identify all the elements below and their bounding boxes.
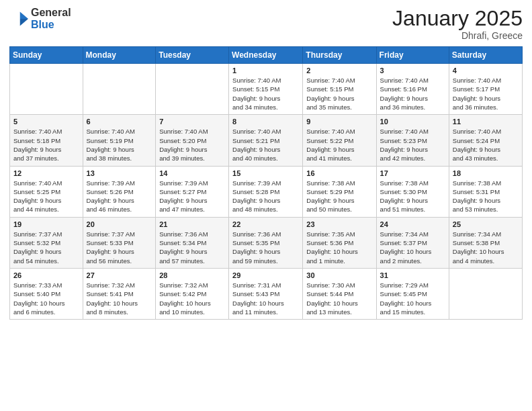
day-info: Sunrise: 7:32 AM Sunset: 5:41 PM Dayligh… (87, 281, 152, 316)
day-info: Sunrise: 7:40 AM Sunset: 5:25 PM Dayligh… (13, 179, 79, 214)
calendar-cell: 13Sunrise: 7:39 AM Sunset: 5:26 PM Dayli… (83, 166, 156, 217)
day-number: 9 (306, 118, 372, 126)
calendar-cell (10, 64, 83, 115)
day-number: 8 (232, 118, 299, 126)
day-info: Sunrise: 7:38 AM Sunset: 5:31 PM Dayligh… (453, 179, 519, 214)
day-info: Sunrise: 7:40 AM Sunset: 5:20 PM Dayligh… (159, 127, 225, 163)
calendar-cell: 24Sunrise: 7:34 AM Sunset: 5:37 PM Dayli… (376, 217, 449, 268)
calendar-week-row: 19Sunrise: 7:37 AM Sunset: 5:32 PM Dayli… (10, 217, 523, 268)
calendar-cell: 7Sunrise: 7:40 AM Sunset: 5:20 PM Daylig… (156, 115, 229, 166)
day-info: Sunrise: 7:37 AM Sunset: 5:32 PM Dayligh… (13, 230, 79, 265)
header: General Blue January 2025 Dhrafi, Greece (9, 7, 523, 41)
logo-general-text: General (31, 7, 71, 19)
calendar-header-friday: Friday (376, 47, 449, 64)
calendar-cell: 3Sunrise: 7:40 AM Sunset: 5:16 PM Daylig… (376, 64, 449, 115)
day-info: Sunrise: 7:40 AM Sunset: 5:17 PM Dayligh… (453, 76, 519, 111)
day-info: Sunrise: 7:40 AM Sunset: 5:22 PM Dayligh… (306, 127, 372, 163)
calendar-cell: 18Sunrise: 7:38 AM Sunset: 5:31 PM Dayli… (449, 166, 522, 217)
day-info: Sunrise: 7:40 AM Sunset: 5:24 PM Dayligh… (453, 127, 519, 163)
logo-icon (9, 9, 28, 28)
day-info: Sunrise: 7:40 AM Sunset: 5:15 PM Dayligh… (306, 76, 372, 111)
day-info: Sunrise: 7:39 AM Sunset: 5:26 PM Dayligh… (87, 179, 152, 214)
day-info: Sunrise: 7:38 AM Sunset: 5:29 PM Dayligh… (306, 179, 372, 214)
calendar-week-row: 12Sunrise: 7:40 AM Sunset: 5:25 PM Dayli… (10, 166, 523, 217)
calendar-cell: 9Sunrise: 7:40 AM Sunset: 5:22 PM Daylig… (303, 115, 376, 166)
calendar-cell: 26Sunrise: 7:33 AM Sunset: 5:40 PM Dayli… (10, 268, 83, 319)
day-number: 27 (87, 271, 152, 279)
calendar-header-saturday: Saturday (449, 47, 522, 64)
day-number: 5 (13, 118, 79, 126)
day-number: 15 (232, 169, 299, 177)
day-number: 24 (380, 220, 445, 228)
calendar-header-sunday: Sunday (10, 47, 83, 64)
title-block: January 2025 Dhrafi, Greece (392, 7, 523, 41)
calendar-cell (83, 64, 156, 115)
calendar-cell: 14Sunrise: 7:39 AM Sunset: 5:27 PM Dayli… (156, 166, 229, 217)
day-info: Sunrise: 7:30 AM Sunset: 5:44 PM Dayligh… (306, 281, 372, 316)
day-number: 26 (13, 271, 79, 279)
day-info: Sunrise: 7:34 AM Sunset: 5:38 PM Dayligh… (453, 230, 519, 265)
page: General Blue January 2025 Dhrafi, Greece… (0, 0, 532, 411)
calendar-cell: 30Sunrise: 7:30 AM Sunset: 5:44 PM Dayli… (303, 268, 376, 319)
day-info: Sunrise: 7:36 AM Sunset: 5:35 PM Dayligh… (232, 230, 299, 265)
day-number: 14 (159, 169, 225, 177)
day-number: 13 (87, 169, 152, 177)
calendar-cell: 31Sunrise: 7:29 AM Sunset: 5:45 PM Dayli… (376, 268, 449, 319)
day-number: 4 (453, 66, 519, 75)
day-number: 23 (306, 220, 372, 228)
calendar-week-row: 5Sunrise: 7:40 AM Sunset: 5:18 PM Daylig… (10, 115, 523, 166)
calendar-cell (156, 64, 229, 115)
calendar-table: SundayMondayTuesdayWednesdayThursdayFrid… (9, 46, 523, 320)
day-number: 30 (306, 271, 372, 279)
calendar-header-row: SundayMondayTuesdayWednesdayThursdayFrid… (10, 47, 523, 64)
calendar-header-wednesday: Wednesday (229, 47, 303, 64)
day-number: 28 (159, 271, 225, 279)
calendar-cell: 27Sunrise: 7:32 AM Sunset: 5:41 PM Dayli… (83, 268, 156, 319)
day-number: 1 (232, 66, 299, 75)
day-info: Sunrise: 7:38 AM Sunset: 5:30 PM Dayligh… (380, 179, 445, 214)
calendar-header-thursday: Thursday (303, 47, 376, 64)
calendar-cell: 6Sunrise: 7:40 AM Sunset: 5:19 PM Daylig… (83, 115, 156, 166)
day-number: 31 (380, 271, 445, 279)
day-number: 17 (380, 169, 445, 177)
day-info: Sunrise: 7:40 AM Sunset: 5:23 PM Dayligh… (380, 127, 445, 163)
calendar-cell: 16Sunrise: 7:38 AM Sunset: 5:29 PM Dayli… (303, 166, 376, 217)
calendar-cell: 29Sunrise: 7:31 AM Sunset: 5:43 PM Dayli… (229, 268, 303, 319)
day-info: Sunrise: 7:40 AM Sunset: 5:15 PM Dayligh… (232, 76, 299, 111)
calendar-week-row: 1Sunrise: 7:40 AM Sunset: 5:15 PM Daylig… (10, 64, 523, 115)
day-number: 10 (380, 118, 445, 126)
day-info: Sunrise: 7:34 AM Sunset: 5:37 PM Dayligh… (380, 230, 445, 265)
day-number: 6 (87, 118, 152, 126)
calendar-cell: 2Sunrise: 7:40 AM Sunset: 5:15 PM Daylig… (303, 64, 376, 115)
day-info: Sunrise: 7:29 AM Sunset: 5:45 PM Dayligh… (380, 281, 445, 316)
calendar-cell: 11Sunrise: 7:40 AM Sunset: 5:24 PM Dayli… (449, 115, 522, 166)
day-number: 7 (159, 118, 225, 126)
calendar-cell: 5Sunrise: 7:40 AM Sunset: 5:18 PM Daylig… (10, 115, 83, 166)
calendar-cell: 19Sunrise: 7:37 AM Sunset: 5:32 PM Dayli… (10, 217, 83, 268)
calendar-cell: 23Sunrise: 7:35 AM Sunset: 5:36 PM Dayli… (303, 217, 376, 268)
day-info: Sunrise: 7:37 AM Sunset: 5:33 PM Dayligh… (87, 230, 152, 265)
day-number: 12 (13, 169, 79, 177)
day-number: 20 (87, 220, 152, 228)
day-number: 21 (159, 220, 225, 228)
month-title: January 2025 (392, 7, 523, 30)
day-info: Sunrise: 7:40 AM Sunset: 5:16 PM Dayligh… (380, 76, 445, 111)
day-number: 3 (380, 66, 445, 75)
calendar-cell: 21Sunrise: 7:36 AM Sunset: 5:34 PM Dayli… (156, 217, 229, 268)
day-info: Sunrise: 7:35 AM Sunset: 5:36 PM Dayligh… (306, 230, 372, 265)
svg-marker-0 (20, 11, 28, 19)
day-info: Sunrise: 7:32 AM Sunset: 5:42 PM Dayligh… (159, 281, 225, 316)
calendar-cell: 22Sunrise: 7:36 AM Sunset: 5:35 PM Dayli… (229, 217, 303, 268)
logo: General Blue (9, 7, 71, 30)
day-info: Sunrise: 7:33 AM Sunset: 5:40 PM Dayligh… (13, 281, 79, 316)
svg-marker-1 (20, 19, 28, 26)
calendar-cell: 10Sunrise: 7:40 AM Sunset: 5:23 PM Dayli… (376, 115, 449, 166)
day-number: 16 (306, 169, 372, 177)
day-info: Sunrise: 7:39 AM Sunset: 5:27 PM Dayligh… (159, 179, 225, 214)
calendar-cell: 20Sunrise: 7:37 AM Sunset: 5:33 PM Dayli… (83, 217, 156, 268)
day-number: 11 (453, 118, 519, 126)
location: Dhrafi, Greece (392, 30, 523, 41)
calendar-cell: 4Sunrise: 7:40 AM Sunset: 5:17 PM Daylig… (449, 64, 522, 115)
day-info: Sunrise: 7:40 AM Sunset: 5:19 PM Dayligh… (87, 127, 152, 163)
calendar-cell: 25Sunrise: 7:34 AM Sunset: 5:38 PM Dayli… (449, 217, 522, 268)
